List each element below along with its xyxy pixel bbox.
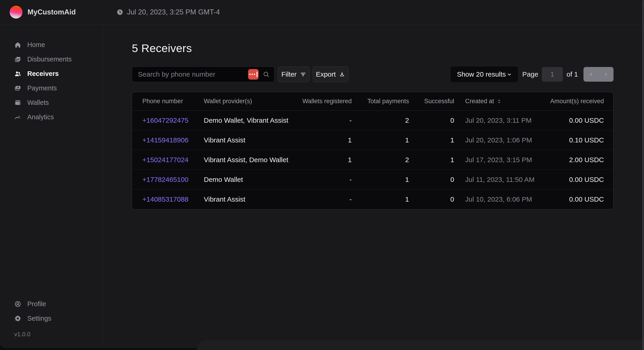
successful-cell: 1 <box>409 156 454 164</box>
sidebar-item-label: Analytics <box>27 113 54 121</box>
export-button[interactable]: Export <box>313 67 348 82</box>
created-at-sort-control[interactable]: Created at <box>465 98 502 105</box>
app-version: v1.0.0 <box>0 331 102 338</box>
sidebar-item-wallets[interactable]: Wallets <box>0 95 102 110</box>
sidebar-item-label: Payments <box>27 84 57 92</box>
total-payments-cell: 1 <box>352 136 409 144</box>
total-payments-cell: 1 <box>352 176 409 183</box>
created-at-cell: Jul 20, 2023, 1:06 PM <box>454 136 550 144</box>
table-row[interactable]: +17782465100 Demo Wallet - 1 0 Jul 11, 2… <box>132 170 613 189</box>
timestamp-text: Jul 20, 2023, 3:25 PM GMT-4 <box>127 8 220 16</box>
total-payments-cell: 2 <box>352 117 409 124</box>
chevron-left-icon <box>588 71 594 77</box>
profile-icon <box>14 300 21 307</box>
wallet-providers-cell: Demo Wallet <box>204 176 291 183</box>
created-at-cell: Jul 17, 2023, 3:15 PM <box>454 156 550 164</box>
show-results-dropdown[interactable]: Show 20 results <box>450 67 518 82</box>
table-row[interactable]: +15024177024 Vibrant Assist, Demo Wallet… <box>132 150 613 170</box>
created-at-cell: Jul 20, 2023, 3:11 PM <box>454 117 550 124</box>
wallets-icon <box>14 99 21 106</box>
total-payments-cell: 1 <box>352 195 409 203</box>
column-header-successful: Successful <box>409 98 454 105</box>
wallets-registered-cell: - <box>291 117 352 124</box>
sidebar-item-label: Profile <box>27 300 46 308</box>
search-icon <box>263 71 270 78</box>
main-content: 5 Receivers Filter Export <box>103 24 644 348</box>
column-header-total-payments: Total payments <box>352 98 409 105</box>
bottom-panel-edge <box>197 340 644 350</box>
amount-received-cell: 0.00 USDC <box>550 117 613 124</box>
column-header-phone: Phone number <box>132 98 204 105</box>
sort-icon <box>496 99 502 104</box>
sidebar-item-label: Settings <box>27 315 51 322</box>
controls-row: Filter Export Show 20 results Page of 1 <box>132 67 614 82</box>
vertical-scrollbar[interactable] <box>642 0 644 350</box>
amount-received-cell: 0.10 USDC <box>550 136 613 144</box>
sidebar-item-settings[interactable]: Settings <box>0 311 102 326</box>
amount-received-cell: 0.00 USDC <box>550 195 613 203</box>
app-logo <box>10 6 22 19</box>
filter-icon <box>300 71 306 78</box>
sidebar: Home Disbursements Receivers Payments Wa… <box>0 24 103 348</box>
created-at-label: Created at <box>465 98 494 105</box>
sidebar-item-disbursements[interactable]: Disbursements <box>0 52 102 67</box>
phone-number-link[interactable]: +14085317088 <box>142 195 188 203</box>
clock-icon <box>116 9 123 16</box>
receivers-icon <box>14 70 21 77</box>
sidebar-footer: Profile Settings v1.0.0 <box>0 297 102 348</box>
wallet-providers-cell: Vibrant Assist <box>204 136 291 144</box>
phone-number-link[interactable]: +17782465100 <box>142 176 188 183</box>
sidebar-item-label: Home <box>27 41 45 49</box>
export-button-label: Export <box>316 70 336 78</box>
sidebar-item-receivers[interactable]: Receivers <box>0 67 102 81</box>
wallet-providers-cell: Demo Wallet, Vibrant Assist <box>204 117 291 124</box>
amount-received-cell: 2.00 USDC <box>550 156 613 164</box>
wallets-registered-cell: 1 <box>291 136 352 144</box>
wallets-registered-cell: - <box>291 195 352 203</box>
table-row[interactable]: +14159418906 Vibrant Assist 1 1 1 Jul 20… <box>132 130 613 150</box>
page-label: Page <box>522 70 538 78</box>
successful-cell: 0 <box>409 117 454 124</box>
next-page-button[interactable] <box>598 67 614 82</box>
page-title: 5 Receivers <box>132 42 614 55</box>
filter-button-label: Filter <box>281 70 297 78</box>
page-of-label: of 1 <box>566 70 578 78</box>
column-header-providers: Wallet provider(s) <box>204 98 291 105</box>
pagination-controls: Show 20 results Page of 1 <box>450 67 614 82</box>
sidebar-item-profile[interactable]: Profile <box>0 297 102 311</box>
successful-cell: 1 <box>409 136 454 144</box>
chevron-down-icon <box>506 71 512 78</box>
total-payments-cell: 2 <box>352 156 409 164</box>
table-row[interactable]: +14085317088 Vibrant Assist - 1 0 Jul 10… <box>132 189 613 209</box>
search-input[interactable] <box>138 70 244 78</box>
analytics-icon <box>14 114 21 121</box>
wallet-providers-cell: Vibrant Assist <box>204 195 291 203</box>
created-at-cell: Jul 10, 2023, 6:06 PM <box>454 195 550 203</box>
phone-number-link[interactable]: +14159418906 <box>142 136 188 144</box>
sidebar-item-payments[interactable]: Payments <box>0 81 102 95</box>
sidebar-item-home[interactable]: Home <box>0 38 102 52</box>
column-header-amount: Amount(s) received <box>550 98 613 105</box>
created-at-cell: Jul 11, 2023, 11:50 AM <box>454 176 550 183</box>
download-icon <box>339 71 345 78</box>
wallets-registered-cell: - <box>291 176 352 183</box>
sidebar-item-analytics[interactable]: Analytics <box>0 110 102 124</box>
filter-button[interactable]: Filter <box>278 67 310 82</box>
timestamp: Jul 20, 2023, 3:25 PM GMT-4 <box>116 8 220 16</box>
lastpass-extension-icon[interactable] <box>248 69 258 80</box>
amount-received-cell: 0.00 USDC <box>550 176 613 183</box>
disbursements-icon <box>14 56 21 63</box>
pager <box>584 67 614 82</box>
gear-icon <box>14 315 21 322</box>
page-number-input[interactable] <box>542 67 563 82</box>
app-name: MyCustomAid <box>28 8 76 16</box>
app-shell: MyCustomAid Jul 20, 2023, 3:25 PM GMT-4 … <box>0 0 644 348</box>
phone-number-link[interactable]: +16047292475 <box>142 117 188 124</box>
sidebar-item-label: Receivers <box>27 70 59 78</box>
previous-page-button[interactable] <box>584 67 598 82</box>
table-row[interactable]: +16047292475 Demo Wallet, Vibrant Assist… <box>132 111 613 130</box>
table-header-row: Phone number Wallet provider(s) Wallets … <box>132 92 613 111</box>
successful-cell: 0 <box>409 195 454 203</box>
phone-number-link[interactable]: +15024177024 <box>142 156 188 164</box>
wallet-providers-cell: Vibrant Assist, Demo Wallet <box>204 156 291 164</box>
